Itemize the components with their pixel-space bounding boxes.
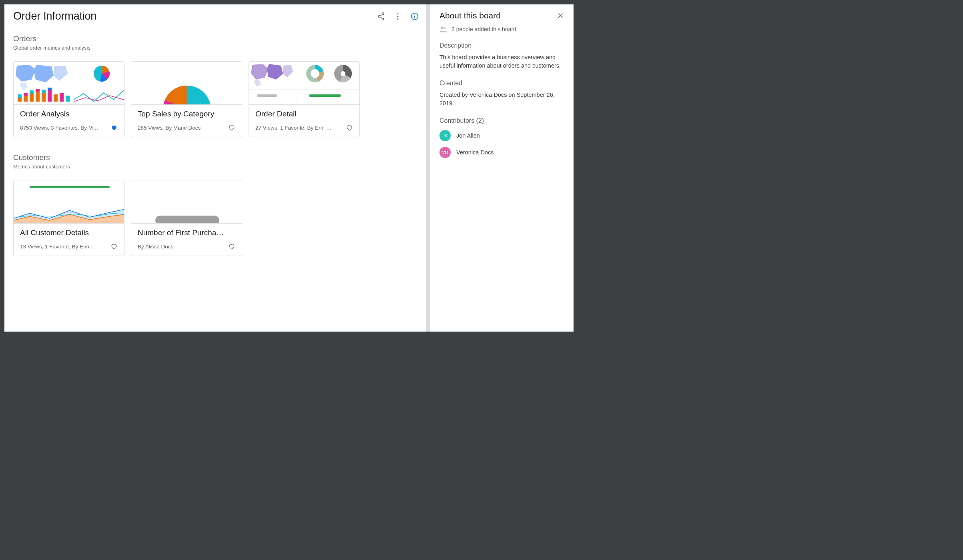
- favorite-icon[interactable]: [228, 243, 235, 250]
- card-meta: 27 Views, 1 Favorite, By Erin …: [255, 125, 343, 131]
- card-thumbnail: [14, 62, 124, 105]
- avatar: JA: [439, 130, 451, 141]
- info-icon[interactable]: [410, 12, 419, 21]
- description-label: Description: [439, 42, 564, 49]
- card-first-purchases[interactable]: Number of First Purcha… By Alissa Docs: [131, 180, 242, 256]
- people-added-row: 3 people added this board: [439, 26, 564, 32]
- svg-point-29: [341, 71, 345, 76]
- card-title: Order Analysis: [20, 110, 118, 118]
- card-thumbnail: [14, 180, 124, 224]
- svg-rect-31: [309, 94, 341, 97]
- card-meta: By Alissa Docs: [138, 244, 225, 250]
- card-title: All Customer Details: [20, 228, 118, 237]
- created-text: Created by Veronica Docs on September 26…: [439, 91, 564, 108]
- share-icon[interactable]: [377, 12, 385, 21]
- svg-point-27: [311, 69, 319, 78]
- svg-rect-8: [18, 98, 22, 102]
- about-title: About this board: [439, 11, 501, 20]
- card-meta: 8753 Views, 3 Favorites, By M…: [20, 125, 107, 131]
- svg-point-40: [441, 26, 443, 29]
- svg-rect-18: [48, 90, 52, 102]
- favorite-icon[interactable]: [110, 243, 118, 250]
- people-added-text: 3 people added this board: [451, 26, 516, 32]
- svg-rect-14: [36, 92, 40, 102]
- svg-point-1: [397, 16, 398, 17]
- svg-point-2: [397, 18, 398, 19]
- section-orders-subtitle: Global order metrics and analysis: [13, 45, 421, 51]
- svg-rect-5: [414, 16, 415, 18]
- card-meta: 13 Views, 1 Favorite, By Erin …: [20, 244, 107, 250]
- avatar: VD: [439, 147, 451, 158]
- orders-cards-row: Order Analysis 8753 Views, 3 Favorites, …: [13, 61, 421, 137]
- svg-rect-19: [48, 88, 52, 90]
- about-panel: About this board 3 people added this boa…: [429, 4, 574, 332]
- created-label: Created: [439, 80, 564, 87]
- svg-rect-9: [18, 94, 22, 98]
- card-order-detail[interactable]: Order Detail 27 Views, 1 Favorite, By Er…: [249, 61, 360, 137]
- section-customers-title: Customers: [13, 153, 421, 162]
- favorite-icon[interactable]: [346, 124, 353, 131]
- svg-rect-35: [30, 186, 110, 188]
- people-icon: [439, 26, 447, 32]
- page-header: Order Information: [13, 10, 421, 22]
- card-thumbnail: [131, 180, 242, 224]
- svg-rect-13: [30, 90, 34, 94]
- svg-rect-22: [66, 96, 70, 102]
- more-icon[interactable]: [393, 12, 402, 21]
- svg-rect-21: [60, 93, 64, 102]
- svg-rect-20: [54, 94, 58, 102]
- favorite-icon[interactable]: [110, 124, 118, 131]
- contributors-label: Contributors (2): [439, 117, 564, 124]
- card-title: Number of First Purcha…: [138, 228, 235, 237]
- svg-rect-39: [155, 216, 219, 224]
- scrollbar[interactable]: [426, 4, 429, 332]
- contributor-name: Jon Allen: [456, 132, 480, 139]
- header-actions: [377, 12, 421, 21]
- svg-rect-16: [42, 93, 46, 102]
- card-thumbnail: [249, 62, 359, 105]
- card-title: Order Detail: [255, 110, 353, 118]
- svg-rect-17: [42, 90, 46, 93]
- section-orders-title: Orders: [13, 34, 421, 43]
- close-icon[interactable]: [557, 12, 564, 19]
- svg-point-4: [414, 14, 415, 15]
- contributor-name: Veronica Docs: [456, 149, 494, 156]
- svg-rect-11: [24, 93, 28, 96]
- description-text: This board provides a business overview …: [439, 53, 564, 70]
- section-customers-subtitle: Metrics about customers: [13, 164, 421, 170]
- card-all-customer-details[interactable]: All Customer Details 13 Views, 1 Favorit…: [13, 180, 124, 256]
- favorite-icon[interactable]: [228, 124, 235, 131]
- customers-cards-row: All Customer Details 13 Views, 1 Favorit…: [13, 180, 421, 256]
- card-title: Top Sales by Category: [138, 110, 235, 118]
- page-title: Order Information: [13, 10, 96, 22]
- contributor-row: VD Veronica Docs: [439, 147, 564, 158]
- svg-rect-12: [30, 94, 34, 102]
- svg-point-0: [397, 13, 398, 14]
- card-top-sales[interactable]: Top Sales by Category 285 Views, By Mari…: [131, 61, 242, 137]
- card-thumbnail: [131, 62, 242, 105]
- main-content: Order Information Orders Global order me…: [4, 4, 429, 332]
- svg-rect-15: [36, 89, 40, 92]
- svg-rect-10: [24, 96, 28, 102]
- card-meta: 285 Views, By Marie Docs: [138, 125, 225, 131]
- card-order-analysis[interactable]: Order Analysis 8753 Views, 3 Favorites, …: [13, 61, 124, 137]
- svg-rect-30: [257, 94, 277, 97]
- contributor-row: JA Jon Allen: [439, 130, 564, 141]
- svg-point-41: [444, 27, 446, 29]
